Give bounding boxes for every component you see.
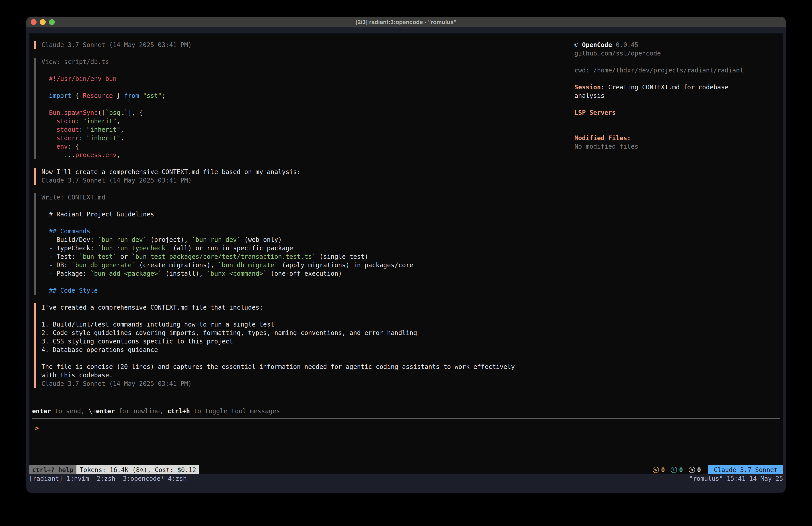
input-divider [32,418,780,418]
text-segment: ; [162,92,165,99]
text-segment: `bun add <package>` [90,270,162,277]
text-segment: - [49,261,57,269]
diagnostic-warnings: w0 [653,466,665,474]
text-segment [139,92,143,99]
text-segment: 0.0.45 [612,41,638,48]
text-segment [41,134,56,142]
text-line: View: script/db.ts [41,58,562,66]
text-segment [41,126,56,133]
text-segment: from [124,92,139,99]
text-line [41,100,562,109]
text-segment: `bun db migrate` [218,261,278,269]
text-segment: ## Commands [49,228,90,235]
text-line: with this codebase. [41,371,562,380]
text-segment: - [49,253,57,260]
text-segment: Now I'll create a comprehensive CONTEXT.… [41,168,301,176]
info-sidebar: © OpenCode 0.0.45github.com/sst/opencode… [575,41,782,151]
text-line: 4. Database operations guidance [41,346,562,354]
tool-output-block: View: script/db.ts #!/usr/bin/env bun im… [34,58,562,159]
text-line: cwd: /home/thdxr/dev/projects/radiant/ra… [575,66,782,75]
text-line: 1. Build/lint/test commands including ho… [41,320,562,329]
text-segment: ... [64,151,75,159]
text-line: #!/usr/bin/env bun [41,75,562,83]
hint-segment: for newline, [115,408,167,415]
text-segment: - [49,236,57,243]
text-segment: Claude 3.7 Sonnet (14 May 2025 03:41 PM) [41,177,192,184]
text-segment [41,109,49,116]
text-segment: (single test) [316,253,368,260]
text-segment [41,261,49,269]
text-segment: github.com/sst/opencode [575,50,661,57]
conversation: Claude 3.7 Sonnet (14 May 2025 03:41 PM)… [29,41,562,397]
text-segment: (apply migrations) in packages/core [278,261,414,269]
text-line: # Radiant Project Guidelines [41,210,562,219]
text-segment: `bun run typecheck` [98,244,169,252]
text-line: Now I'll create a comprehensive CONTEXT.… [41,168,562,176]
text-line [41,83,562,91]
text-line: - Build/Dev: `bun run dev` (project), `b… [41,236,562,244]
text-segment: "inherit" [83,117,117,125]
model-chip[interactable]: Claude 3.7 Sonnet [708,465,783,474]
text-line [41,278,562,286]
text-line: LSP Servers [575,109,782,117]
prompt-input[interactable]: > [32,424,780,432]
hint-segment: \ [88,408,92,415]
diagnostic-count: 0 [697,466,701,474]
text-segment: with this codebase. [41,371,113,379]
text-segment: import [49,92,72,99]
text-segment [79,92,83,99]
text-segment: Claude 3.7 Sonnet (14 May 2025 03:41 PM) [41,380,192,387]
text-segment: 2. Code style guidelines covering import… [41,329,417,337]
text-segment: or [117,253,131,260]
text-segment: Package: [56,270,90,277]
text-segment [41,244,49,252]
text-line: © OpenCode 0.0.45 [575,41,782,49]
assistant-message-block: I've created a comprehensive CONTEXT.md … [34,303,562,388]
help-chip[interactable]: ctrl+? help [29,465,76,474]
text-segment [41,270,49,277]
text-segment: ([ [98,109,105,116]
text-segment: © [575,41,582,48]
keyboard-hints: enter to send, \+enter for newline, ctrl… [32,407,780,415]
text-segment: `bun run dev` [98,236,147,243]
tmux-session-info: "romulus" 15:41 14-May-25 [689,475,783,482]
text-segment [41,143,56,150]
tmux-status-bar: [radiant] 1:nvim 2:zsh- 3:opencode* 4:zs… [29,474,783,483]
text-segment: (all) or run in specific package [169,244,293,252]
text-segment: { [75,143,79,150]
text-line: 3. CSS styling conventions specific to t… [41,337,562,346]
text-segment [41,236,49,243]
text-line [41,66,562,75]
text-segment: Session [575,84,601,91]
text-segment: `bun test` [79,253,117,260]
text-segment: (create migrations), [135,261,218,269]
window-titlebar[interactable]: [2/3] radiant:3:opencode - "romulus" [26,17,786,27]
diagnostic-count: 0 [661,466,665,474]
text-segment [72,143,75,150]
text-segment [41,117,56,125]
statusbar-spacer [199,465,653,474]
text-segment: `bunx <command>` [207,270,267,277]
text-segment: , [120,134,124,142]
text-segment: - [49,270,57,277]
text-line [575,126,782,134]
text-line: Session: Creating CONTEXT.md for codebas… [575,83,782,91]
prompt-caret: > [35,424,39,432]
text-segment: TypeCheck: [56,244,98,252]
text-segment: analysis [575,92,605,99]
text-segment: { [75,92,79,99]
text-line: Claude 3.7 Sonnet (14 May 2025 03:41 PM) [41,176,562,185]
text-line: ## Code Style [41,286,562,295]
text-segment: View: script/db.ts [41,58,109,66]
text-segment: cwd: /home/thdxr/dev/projects/radiant/ra… [575,67,743,74]
text-segment: # Radiant Project Guidelines [41,211,154,218]
tmux-window-list[interactable]: [radiant] 1:nvim 2:zsh- 3:opencode* 4:zs… [29,475,187,482]
text-line: No modified files [575,142,782,151]
text-segment: I've created a comprehensive CONTEXT.md … [41,304,263,311]
status-bar: ctrl+? help Tokens: 16.4K (8%), Cost: $0… [29,465,783,474]
hint-segment: enter [32,408,51,415]
text-segment: Write: CONTEXT.md [41,194,105,201]
tokens-cost-chip: Tokens: 16.4K (8%), Cost: $0.12 [76,465,199,474]
text-line [41,354,562,362]
text-line [575,100,782,109]
